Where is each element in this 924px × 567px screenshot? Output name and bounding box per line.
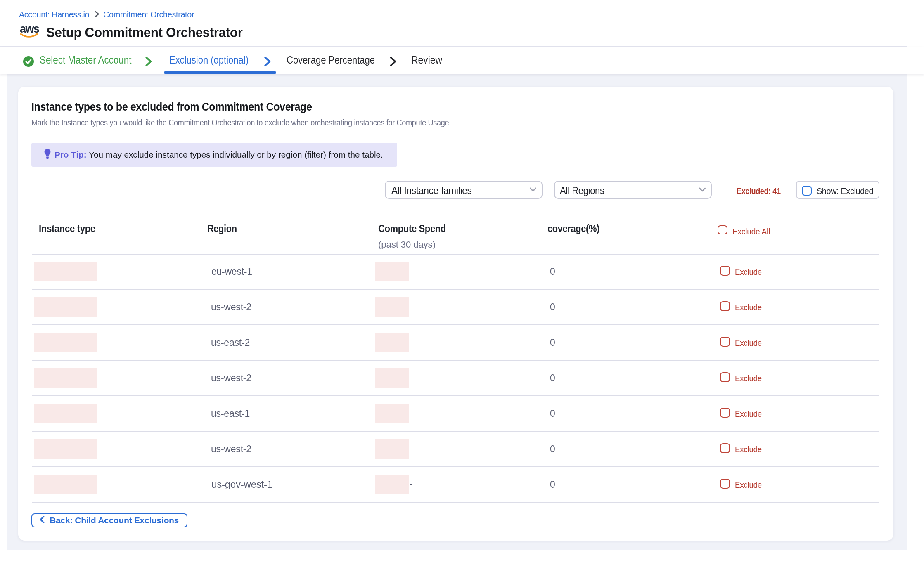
svg-text:aws: aws — [19, 24, 38, 35]
